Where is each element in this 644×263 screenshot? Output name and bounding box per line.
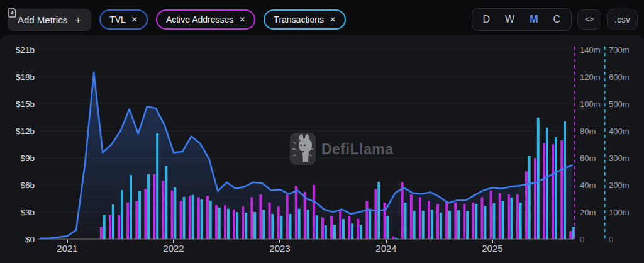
svg-text:$21b: $21b <box>16 45 35 55</box>
code-icon: <> <box>585 15 594 24</box>
svg-text:2021: 2021 <box>57 243 77 254</box>
svg-text:20m: 20m <box>580 208 596 217</box>
download-csv-button[interactable]: .csv <box>607 9 638 30</box>
svg-text:2023: 2023 <box>269 243 290 254</box>
svg-text:100m: 100m <box>580 99 601 109</box>
svg-text:100m: 100m <box>609 208 630 217</box>
svg-text:$18b: $18b <box>16 72 35 82</box>
svg-text:$12b: $12b <box>16 126 35 136</box>
defillama-watermark: DefiLlama <box>290 133 393 165</box>
svg-text:0: 0 <box>580 235 584 244</box>
metric-pill-transactions[interactable]: Transactions ✕ <box>264 9 346 30</box>
svg-text:2025: 2025 <box>482 243 502 254</box>
metric-pill-label: Transactions <box>274 14 324 25</box>
svg-text:80m: 80m <box>580 126 596 136</box>
defillama-chart-page: $21b$18b$15b$12b$9b$6b$3b$0140m120m100m8… <box>0 0 644 263</box>
svg-text:400m: 400m <box>609 126 630 136</box>
svg-text:500m: 500m <box>609 99 630 109</box>
svg-text:$3b: $3b <box>20 208 35 217</box>
close-icon[interactable]: ✕ <box>330 15 336 24</box>
svg-text:$6b: $6b <box>20 181 35 190</box>
svg-text:$0: $0 <box>25 235 35 244</box>
add-metrics-label: Add Metrics <box>18 14 67 25</box>
active-addresses-axis-labels: 140m120m100m80m60m40m20m0 <box>580 45 601 244</box>
svg-text:$9b: $9b <box>20 154 35 163</box>
svg-text:DefiLlama: DefiLlama <box>321 141 393 157</box>
svg-text:2022: 2022 <box>163 243 184 254</box>
left-axis-labels: $21b$18b$15b$12b$9b$6b$3b$0 <box>16 45 35 244</box>
transactions-axis-labels: 700m600m500m400m300m200m100m0 <box>609 45 630 244</box>
svg-text:120m: 120m <box>580 72 601 82</box>
metric-pill-tvl[interactable]: TVL ✕ <box>99 9 148 30</box>
svg-text:200m: 200m <box>609 181 630 190</box>
add-metrics-button[interactable]: Add Metrics + <box>8 9 91 31</box>
interval-cumulative[interactable]: C <box>546 10 569 29</box>
svg-text:60m: 60m <box>580 154 596 163</box>
interval-selector: D W M C <box>472 8 572 31</box>
svg-text:600m: 600m <box>609 72 630 82</box>
metric-pill-label: TVL <box>109 14 126 25</box>
metric-pill-label: Active Addresses <box>166 14 233 25</box>
csv-label: .csv <box>614 14 630 25</box>
svg-text:2024: 2024 <box>375 243 396 254</box>
interval-weekly[interactable]: W <box>497 10 522 29</box>
chart-toolbar: Add Metrics + TVL ✕ Active Addresses ✕ T… <box>8 8 638 31</box>
svg-text:300m: 300m <box>609 154 630 163</box>
svg-text:0: 0 <box>609 235 613 244</box>
plus-icon: + <box>75 14 81 25</box>
svg-text:700m: 700m <box>609 45 630 55</box>
metrics-chart[interactable]: $21b$18b$15b$12b$9b$6b$3b$0140m120m100m8… <box>0 0 644 263</box>
file-download-icon <box>8 8 17 18</box>
interval-monthly[interactable]: M <box>522 10 545 29</box>
x-axis-labels: 20212022202320242025 <box>57 240 502 254</box>
chart-options: D W M C <> .csv <box>472 8 638 31</box>
svg-text:40m: 40m <box>580 181 596 190</box>
svg-text:$15b: $15b <box>16 99 35 109</box>
metrics-controls: Add Metrics + TVL ✕ Active Addresses ✕ T… <box>8 9 346 31</box>
close-icon[interactable]: ✕ <box>239 15 245 24</box>
svg-text:140m: 140m <box>580 45 601 55</box>
interval-daily[interactable]: D <box>475 10 498 29</box>
embed-code-button[interactable]: <> <box>577 9 601 30</box>
close-icon[interactable]: ✕ <box>131 15 138 24</box>
metric-pill-active-addresses[interactable]: Active Addresses ✕ <box>156 9 255 30</box>
